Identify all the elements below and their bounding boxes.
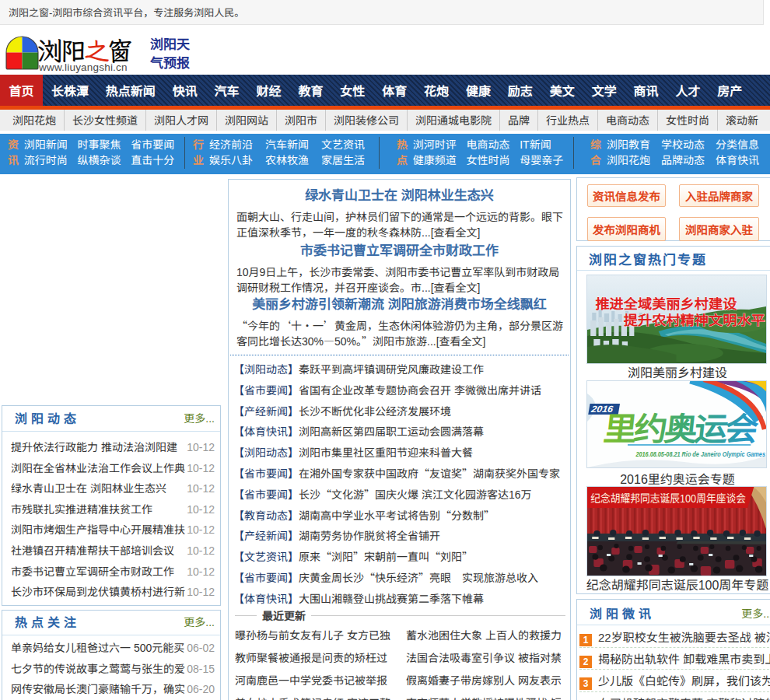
svg-text:纪念胡耀邦同志诞辰100周年座谈会: 纪念胡耀邦同志诞辰100周年座谈会 xyxy=(590,489,746,506)
svg-text:里约奥运会: 里约奥运会 xyxy=(602,403,761,450)
svg-text:提升农村精神文明水平: 提升农村精神文明水平 xyxy=(624,309,765,328)
svg-text:2016.08.05-08.21 Rio de Janeir: 2016.08.05-08.21 Rio de Janeiro Olympic … xyxy=(635,450,765,458)
